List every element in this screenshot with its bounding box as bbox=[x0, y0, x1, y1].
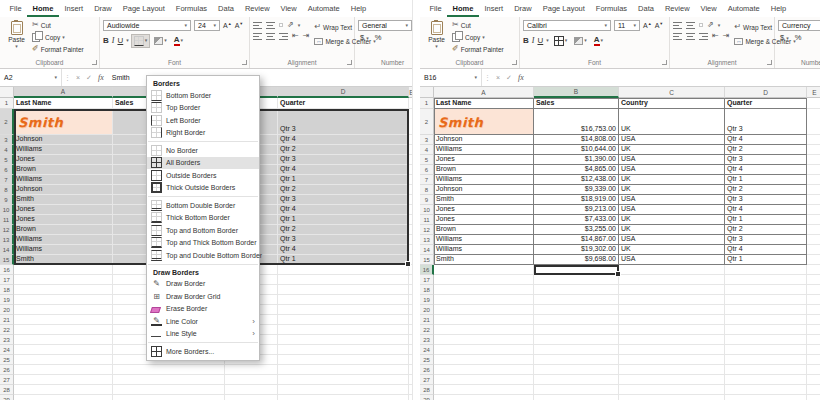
cell-D21[interactable] bbox=[278, 315, 409, 325]
cell-E8[interactable] bbox=[807, 185, 820, 195]
cell-A13[interactable]: Williams bbox=[14, 235, 113, 245]
cell-C14[interactable]: UK bbox=[619, 245, 725, 255]
cell-E26[interactable] bbox=[409, 365, 412, 375]
dialog-launcher-icon[interactable] bbox=[347, 60, 352, 65]
cell-E7[interactable] bbox=[807, 175, 820, 185]
cell-A27[interactable] bbox=[14, 375, 113, 385]
cell-D27[interactable] bbox=[725, 375, 807, 385]
increase-indent-button[interactable]: ⇥ bbox=[303, 32, 310, 40]
row-header-6[interactable]: 6 bbox=[420, 165, 434, 175]
cell-D13[interactable]: Qtr 3 bbox=[278, 235, 409, 245]
cell-D8[interactable]: Qtr 2 bbox=[278, 185, 409, 195]
select-all-corner[interactable] bbox=[0, 87, 14, 98]
cell-D1[interactable]: Quarter bbox=[278, 98, 409, 109]
cell-A3[interactable]: Johnson bbox=[434, 135, 534, 145]
cell-A13[interactable]: Williams bbox=[434, 235, 534, 245]
ribbon-tab[interactable]: Formulas bbox=[590, 0, 632, 17]
cell-D7[interactable]: Qtr 1 bbox=[278, 175, 409, 185]
format-painter-button[interactable]: ✐Format Painter bbox=[452, 43, 504, 55]
cell-D16[interactable] bbox=[725, 265, 807, 275]
menu-item-no-border[interactable]: No Border bbox=[147, 144, 259, 157]
cell-B16[interactable] bbox=[534, 265, 619, 275]
enter-icon[interactable]: ✓ bbox=[503, 74, 515, 82]
cell-B4[interactable]: $10,644.00 bbox=[534, 145, 619, 155]
decrease-indent-button[interactable]: ⇤ bbox=[712, 32, 719, 40]
cell-D22[interactable] bbox=[278, 325, 409, 335]
format-painter-button[interactable]: ✐Format Painter bbox=[32, 43, 84, 55]
column-header-D[interactable]: D bbox=[278, 87, 409, 98]
ribbon-tab[interactable]: Help bbox=[765, 0, 791, 17]
cell-A22[interactable] bbox=[434, 325, 534, 335]
cell-E17[interactable] bbox=[807, 275, 820, 285]
ribbon-tab[interactable]: Data bbox=[633, 0, 660, 17]
align-left-button[interactable] bbox=[673, 33, 682, 40]
select-all-corner[interactable] bbox=[420, 87, 434, 98]
dialog-launcher-icon[interactable] bbox=[767, 60, 772, 65]
cell-C18[interactable] bbox=[619, 285, 725, 295]
row-header-26[interactable]: 26 bbox=[0, 365, 14, 375]
paste-button[interactable]: Paste ▾ bbox=[3, 19, 30, 49]
cell-A9[interactable]: Smith bbox=[434, 195, 534, 205]
cell-C9[interactable]: USA bbox=[619, 195, 725, 205]
ribbon-tab[interactable]: Home bbox=[27, 0, 59, 17]
cell-E9[interactable] bbox=[409, 195, 412, 205]
cell-D28[interactable] bbox=[278, 385, 409, 395]
cell-D6[interactable]: Qtr 4 bbox=[278, 165, 409, 175]
align-middle-button[interactable] bbox=[686, 22, 695, 29]
cell-A19[interactable] bbox=[14, 295, 113, 305]
cell-D9[interactable]: Qtr 3 bbox=[725, 195, 807, 205]
cell-B23[interactable] bbox=[534, 335, 619, 345]
cut-button[interactable]: ✂Cut bbox=[32, 19, 84, 31]
cell-D23[interactable] bbox=[278, 335, 409, 345]
row-header-11[interactable]: 11 bbox=[420, 215, 434, 225]
row-header-27[interactable]: 27 bbox=[420, 375, 434, 385]
cell-A21[interactable] bbox=[14, 315, 113, 325]
cell-A10[interactable]: Jones bbox=[434, 205, 534, 215]
cell-D29[interactable] bbox=[278, 395, 409, 400]
orientation-button[interactable]: ⇗ bbox=[707, 21, 714, 29]
cell-E22[interactable] bbox=[807, 325, 820, 335]
grow-font-button[interactable]: A▲ bbox=[643, 21, 652, 29]
borders-button[interactable]: ▾ bbox=[132, 35, 150, 47]
cell-D14[interactable]: Qtr 4 bbox=[278, 245, 409, 255]
cell-D3[interactable]: Qtr 4 bbox=[278, 135, 409, 145]
cell-E29[interactable] bbox=[807, 395, 820, 400]
column-header-A[interactable]: A bbox=[14, 87, 113, 98]
insert-function-icon[interactable]: fx bbox=[515, 73, 527, 82]
name-box[interactable]: B16▾ bbox=[420, 69, 482, 86]
cell-A15[interactable]: Smith bbox=[14, 255, 113, 265]
row-header-13[interactable]: 13 bbox=[420, 235, 434, 245]
cell-A8[interactable]: Johnson bbox=[14, 185, 113, 195]
cell-A14[interactable]: Williams bbox=[14, 245, 113, 255]
cell-B28[interactable] bbox=[113, 385, 225, 395]
menu-item-left-border[interactable]: Left Border bbox=[147, 114, 259, 127]
dialog-launcher-icon[interactable] bbox=[242, 60, 247, 65]
cell-E10[interactable] bbox=[807, 205, 820, 215]
cell-E2[interactable] bbox=[807, 109, 820, 135]
cell-C23[interactable] bbox=[619, 335, 725, 345]
font-size-combo[interactable]: 24▾ bbox=[194, 20, 220, 31]
row-header-15[interactable]: 15 bbox=[0, 255, 14, 265]
cell-E7[interactable] bbox=[409, 175, 412, 185]
row-header-23[interactable]: 23 bbox=[0, 335, 14, 345]
cell-B22[interactable] bbox=[534, 325, 619, 335]
cell-D26[interactable] bbox=[725, 365, 807, 375]
cell-D1[interactable]: Quarter bbox=[725, 98, 807, 109]
cell-E28[interactable] bbox=[807, 385, 820, 395]
cancel-icon[interactable]: × bbox=[493, 74, 503, 81]
cell-D23[interactable] bbox=[725, 335, 807, 345]
cell-B20[interactable] bbox=[534, 305, 619, 315]
cell-D21[interactable] bbox=[725, 315, 807, 325]
row-header-11[interactable]: 11 bbox=[0, 215, 14, 225]
dialog-launcher-icon[interactable] bbox=[662, 60, 667, 65]
cell-D6[interactable]: Qtr 4 bbox=[725, 165, 807, 175]
cell-B9[interactable]: $18,919.00 bbox=[534, 195, 619, 205]
cell-C24[interactable] bbox=[619, 345, 725, 355]
cell-D4[interactable]: Qtr 2 bbox=[725, 145, 807, 155]
menu-item-all-borders[interactable]: All Borders bbox=[147, 157, 259, 170]
ribbon-tab[interactable]: Review bbox=[659, 0, 695, 17]
italic-button[interactable]: I bbox=[532, 36, 535, 45]
cell-D18[interactable] bbox=[278, 285, 409, 295]
row-header-8[interactable]: 8 bbox=[420, 185, 434, 195]
ribbon-tab[interactable]: Page Layout bbox=[117, 0, 170, 17]
